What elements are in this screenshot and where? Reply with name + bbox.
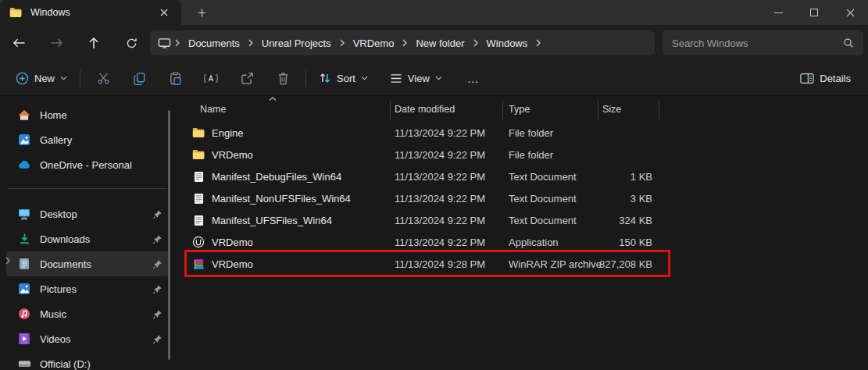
sidebar-item-documents[interactable]: Documents [6,251,169,276]
folder-icon [191,149,205,160]
file-row[interactable]: VRDemo 11/13/2024 9:22 PM File folder [181,144,868,165]
sidebar-item-desktop[interactable]: Desktop [6,201,169,226]
column-header-name[interactable]: Name [181,104,390,115]
expand-chevron-icon[interactable] [2,254,13,267]
chevron-right-icon[interactable] [398,39,411,47]
chevron-right-icon[interactable] [470,39,482,47]
chevron-right-icon[interactable] [532,39,545,47]
sidebar-scrollbar[interactable] [168,110,170,360]
sidebar-item-official-drive[interactable]: Official (D:) [6,351,169,370]
sidebar-item-label: Desktop [40,208,152,220]
sidebar-item-pictures[interactable]: Pictures [6,276,169,301]
gallery-icon [17,133,31,146]
close-icon[interactable] [832,0,868,25]
address-bar[interactable]: Documents Unreal Projects VRDemo New fol… [150,30,655,55]
file-row[interactable]: Engine 11/13/2024 9:22 PM File folder [181,122,868,144]
navigation-pane: Home Gallery OneDrive - Personal [0,96,181,370]
sidebar-item-downloads[interactable]: Downloads [6,226,169,251]
file-date: 11/13/2024 9:22 PM [390,149,502,161]
new-tab-button[interactable] [192,3,211,22]
breadcrumb-unreal-projects[interactable]: Unreal Projects [257,37,336,49]
column-header-size[interactable]: Size [598,104,659,115]
column-header-date-modified[interactable]: Date modified [390,104,502,115]
column-separator[interactable] [659,101,659,119]
column-header-type[interactable]: Type [502,104,598,115]
column-separator[interactable] [598,101,598,119]
home-icon [17,109,31,121]
view-button[interactable]: View [382,66,450,91]
file-row[interactable]: Manifest_NonUFSFiles_Win64 11/13/2024 9:… [181,187,868,209]
sidebar-item-onedrive[interactable]: OneDrive - Personal [6,152,169,177]
back-icon[interactable] [0,37,38,48]
pin-icon [152,309,163,319]
breadcrumb-new-folder[interactable]: New folder [411,37,469,49]
sort-button-label: Sort [337,73,355,84]
sidebar-item-label: Documents [40,258,152,270]
tab-title: Windows [30,7,155,18]
file-type: Application [502,237,598,248]
pin-icon [152,334,163,344]
search-box [663,30,863,55]
chevron-down-icon [361,76,368,80]
file-row[interactable]: Manifest_DebugFiles_Win64 11/13/2024 9:2… [181,165,868,187]
copy-icon[interactable] [121,66,157,91]
file-size: 1 KB [598,171,659,183]
share-icon[interactable] [229,66,265,91]
search-icon[interactable] [843,37,854,48]
pictures-icon [17,283,31,295]
paste-icon[interactable] [157,66,193,91]
forward-icon[interactable] [38,37,75,48]
file-date: 11/13/2024 9:22 PM [390,193,502,205]
sidebar-item-label: Gallery [40,134,163,146]
breadcrumb-vrdemo[interactable]: VRDemo [348,37,399,49]
file-date: 11/13/2024 9:28 PM [390,258,502,270]
text-document-icon [191,193,205,205]
this-pc-icon [158,37,171,49]
new-button[interactable]: New [8,66,75,91]
sidebar-item-label: Pictures [40,283,152,295]
column-separator[interactable] [502,101,503,119]
up-icon[interactable] [75,37,113,49]
chevron-right-icon[interactable] [245,39,257,47]
delete-icon[interactable] [265,66,301,91]
chevron-right-icon[interactable] [171,39,184,47]
sidebar-separator [8,188,167,189]
sidebar-item-home[interactable]: Home [6,102,169,127]
folder-icon [9,6,23,20]
sidebar-item-label: Videos [40,333,152,345]
file-type: Text Document [502,215,598,226]
tab-close-icon[interactable] [155,3,173,22]
sidebar-item-gallery[interactable]: Gallery [6,127,169,152]
breadcrumb-windows[interactable]: Windows [482,37,533,49]
new-button-label: New [34,73,55,84]
file-name: Manifest_UFSFiles_Win64 [212,215,332,226]
folder-icon [191,127,205,138]
view-button-label: View [408,73,430,84]
sidebar-item-videos[interactable]: Videos [6,326,169,351]
search-input[interactable] [672,37,843,49]
maximize-icon[interactable] [796,0,832,25]
window-controls [760,0,868,25]
minimize-icon[interactable] [760,0,796,25]
breadcrumb-documents[interactable]: Documents [184,37,245,49]
sidebar-item-music[interactable]: Music [6,301,169,326]
file-row-highlighted[interactable]: VRDemo 11/13/2024 9:28 PM WinRAR ZIP arc… [181,253,868,275]
downloads-icon [17,233,31,245]
toolbar-divider [80,69,80,87]
file-row[interactable]: Manifest_UFSFiles_Win64 11/13/2024 9:22 … [181,209,868,231]
column-separator[interactable] [390,101,391,119]
unreal-application-icon [191,236,205,248]
details-button[interactable]: Details [792,66,859,91]
explorer-tab[interactable]: Windows [0,0,181,25]
file-row[interactable]: VRDemo 11/13/2024 9:22 PM Application 15… [181,231,868,253]
file-type: File folder [502,127,598,139]
file-size: 324 KB [598,215,659,226]
chevron-right-icon[interactable] [336,39,348,47]
cut-icon[interactable] [85,66,121,91]
music-icon [17,308,31,320]
refresh-icon[interactable] [113,37,150,49]
more-options-button[interactable]: … [458,72,489,85]
rename-icon[interactable] [193,66,229,91]
sidebar-item-label: Official (D:) [40,358,163,370]
sort-button[interactable]: Sort [311,66,376,91]
